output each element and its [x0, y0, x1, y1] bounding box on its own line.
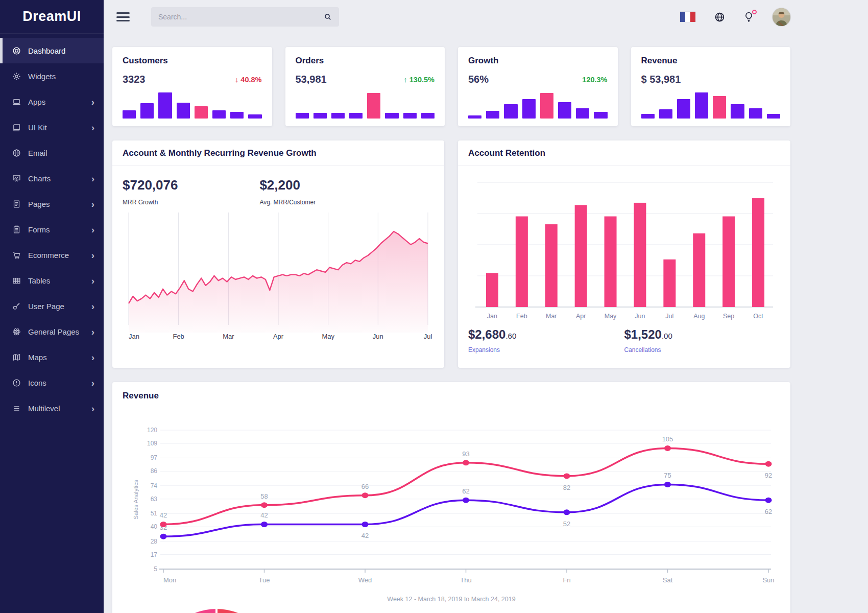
- mrr-stats: $720,076 MRR Growth $2,200 Avg. MRR/Cust…: [112, 166, 444, 208]
- sidebar-item-ui-kit[interactable]: UI Kit›: [0, 114, 104, 140]
- user-icon: [12, 302, 21, 311]
- sidebar-item-label: Maps: [28, 353, 47, 362]
- avg-mrr-value: $2,200: [259, 177, 434, 193]
- sidebar-item-pages[interactable]: Pages›: [0, 191, 104, 217]
- mini-bar: [695, 92, 708, 119]
- stat-card-row: 56%120.3%: [468, 74, 608, 85]
- search-input[interactable]: [158, 13, 324, 21]
- chevron-right-icon: ›: [91, 352, 94, 362]
- mini-bar-highlight: [367, 93, 380, 119]
- mini-bar: [504, 104, 517, 119]
- svg-text:42: 42: [260, 511, 268, 519]
- globe-icon[interactable]: [714, 12, 725, 22]
- sidebar-item-charts[interactable]: Charts›: [0, 166, 104, 191]
- svg-text:Mar: Mar: [546, 313, 557, 320]
- svg-text:Tue: Tue: [259, 576, 270, 584]
- apps-icon: [12, 98, 21, 106]
- account-retention-card: Account Retention JanFebMarAprMayJunJulA…: [458, 140, 790, 368]
- sidebar-item-multilevel[interactable]: Multilevel›: [0, 395, 104, 421]
- svg-text:62: 62: [765, 508, 772, 515]
- stat-card-value: 56%: [468, 74, 489, 85]
- svg-text:17: 17: [151, 551, 158, 558]
- sidebar-item-general-pages[interactable]: General Pages›: [0, 319, 104, 344]
- language-flag-icon[interactable]: [680, 12, 695, 22]
- svg-text:58: 58: [260, 492, 268, 500]
- mini-bar: [576, 108, 589, 119]
- pages-icon: [12, 200, 21, 208]
- stat-change-badge: ↑ 130.5%: [404, 76, 435, 84]
- mrr-growth-card: Account & Monthly Recurring Revenue Grow…: [112, 140, 444, 368]
- sidebar-item-label: Ecommerce: [28, 251, 69, 260]
- sidebar-item-label: Tables: [28, 276, 50, 285]
- mini-bar-highlight: [713, 96, 726, 119]
- sidebar-item-label: Pages: [28, 200, 50, 208]
- icons-icon: [12, 379, 21, 387]
- expansions-value: $2,680.60: [468, 327, 624, 342]
- chevron-right-icon: ›: [91, 174, 94, 183]
- sidebar-item-apps[interactable]: Apps›: [0, 89, 104, 114]
- svg-text:Oct: Oct: [753, 313, 763, 320]
- mini-bar: [349, 113, 363, 119]
- cancellations-value: $1,520.00: [624, 327, 781, 342]
- mrr-growth-label: MRR Growth: [123, 199, 259, 206]
- mini-bar: [659, 109, 672, 119]
- mini-bar: [468, 115, 481, 119]
- mini-bar-chart: [123, 91, 262, 119]
- svg-text:Sales Analytics: Sales Analytics: [133, 480, 139, 520]
- sidebar-item-email[interactable]: Email: [0, 140, 104, 166]
- svg-text:52: 52: [563, 520, 570, 528]
- mini-bar-highlight: [540, 93, 553, 119]
- menu-toggle-icon[interactable]: [116, 12, 130, 21]
- retention-card-title: Account Retention: [458, 140, 790, 166]
- svg-text:Jun: Jun: [635, 313, 645, 320]
- pie-slice-divider: [215, 609, 218, 613]
- mini-bar: [385, 113, 398, 119]
- chevron-right-icon: ›: [91, 378, 94, 388]
- svg-text:Jan: Jan: [487, 313, 497, 320]
- svg-text:86: 86: [151, 467, 158, 475]
- mini-bar: [767, 114, 780, 119]
- svg-text:Sep: Sep: [723, 313, 734, 320]
- notifications-bulb-icon[interactable]: [744, 12, 754, 22]
- mrr-growth-value: $720,076: [123, 177, 259, 193]
- sidebar-item-tables[interactable]: Tables›: [0, 268, 104, 293]
- cancellations-label[interactable]: Cancellations: [624, 346, 781, 353]
- email-icon: [12, 149, 21, 157]
- svg-text:Sun: Sun: [762, 576, 774, 584]
- sidebar-item-label: Dashboard: [28, 46, 65, 55]
- chevron-right-icon: ›: [91, 327, 94, 337]
- mini-bar: [212, 110, 226, 119]
- sidebar-item-ecommerce[interactable]: Ecommerce›: [0, 242, 104, 268]
- svg-text:75: 75: [664, 471, 671, 479]
- svg-text:Jul: Jul: [424, 333, 432, 340]
- stat-card-title: Revenue: [641, 56, 781, 66]
- svg-text:42: 42: [361, 532, 369, 539]
- search-icon[interactable]: [324, 13, 332, 21]
- stat-card-customers: Customers3323↓ 40.8%: [112, 47, 272, 126]
- stat-card-title: Customers: [123, 56, 262, 66]
- mrr-stat: $2,200 Avg. MRR/Customer: [259, 177, 434, 206]
- mini-bar: [558, 102, 571, 119]
- chevron-right-icon: ›: [91, 225, 94, 234]
- svg-text:93: 93: [462, 450, 469, 458]
- avatar[interactable]: [773, 8, 790, 26]
- sidebar-item-label: Apps: [28, 98, 45, 106]
- general-icon: [12, 327, 21, 336]
- mrr-area-chart: JanFebMarAprMayJunJul: [112, 208, 444, 346]
- svg-text:Fri: Fri: [563, 576, 570, 584]
- sidebar-item-widgets[interactable]: Widgets: [0, 63, 104, 89]
- forms-icon: [12, 225, 21, 234]
- sidebar-item-user-page[interactable]: User Page›: [0, 293, 104, 319]
- expansions-label[interactable]: Expansions: [468, 346, 624, 353]
- sidebar-item-forms[interactable]: Forms›: [0, 217, 104, 242]
- mini-bar: [403, 113, 417, 119]
- svg-text:40: 40: [151, 523, 158, 530]
- sidebar-item-label: General Pages: [28, 327, 79, 336]
- sidebar-item-dashboard[interactable]: Dashboard: [0, 38, 104, 63]
- svg-text:Feb: Feb: [516, 313, 527, 320]
- sidebar-item-maps[interactable]: Maps›: [0, 344, 104, 370]
- svg-text:28: 28: [151, 538, 158, 545]
- sidebar-item-icons[interactable]: Icons›: [0, 370, 104, 395]
- widgets-icon: [12, 72, 21, 81]
- retention-bar-chart: JanFebMarAprMayJunJulAugSepOct: [458, 166, 790, 325]
